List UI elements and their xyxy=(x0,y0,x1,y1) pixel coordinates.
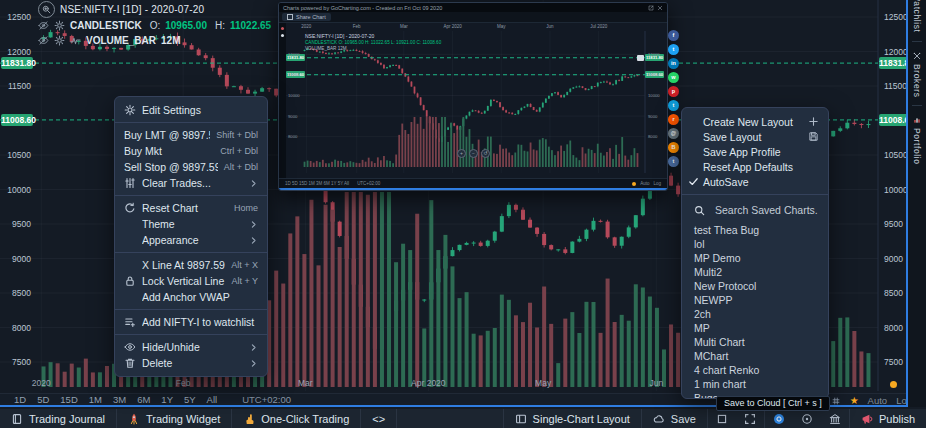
study-settings-icon[interactable] xyxy=(54,20,65,31)
telegram-share-button[interactable]: t xyxy=(668,100,679,111)
tumblr-share-button[interactable]: t xyxy=(668,156,679,167)
save-button[interactable]: Save xyxy=(641,409,707,428)
menu-item-label: Buy LMT @ 9897.59 xyxy=(124,129,210,141)
search-input[interactable] xyxy=(713,203,825,217)
timeframe-list: 1D5D15D1M3M6M1Y5YAll xyxy=(14,394,228,405)
saved-chart-item[interactable]: NEWPP xyxy=(682,293,828,307)
mini-time-axis-label: 2020 xyxy=(301,24,311,29)
saved-chart-item[interactable]: New Protocol xyxy=(682,279,828,293)
timeframe-button[interactable]: 1Y xyxy=(161,394,173,405)
email-share-button[interactable]: @ xyxy=(668,128,679,139)
trash-icon xyxy=(124,357,136,369)
hide-volume-icon[interactable] xyxy=(38,35,49,46)
layout-menu-item[interactable]: Reset App Defaults xyxy=(682,159,828,174)
bank-button[interactable] xyxy=(821,409,849,428)
-button[interactable]: <> xyxy=(361,409,397,428)
context-menu-item[interactable]: Sell Stop @ 9897.59Alt + Dbl xyxy=(115,159,267,175)
time-axis-label: Apr 2020 xyxy=(411,378,446,388)
context-menu-item[interactable]: Buy LMT @ 9897.59Shift + Dbl xyxy=(115,127,267,143)
reddit-share-button[interactable]: r xyxy=(668,114,679,125)
menu-item-label: Delete xyxy=(142,357,243,369)
sidebar-tab-watchlist[interactable]: Watchlist xyxy=(908,0,926,40)
layout-menu-item[interactable]: Save App Profile xyxy=(682,144,828,159)
context-menu-item[interactable]: X Line At 9897.59Alt + X xyxy=(115,257,267,273)
popup-close-icon[interactable] xyxy=(657,5,663,11)
saved-chart-item[interactable]: 1 min chart xyxy=(682,377,828,391)
saved-chart-item[interactable]: 2ch xyxy=(682,307,828,321)
tab-divider xyxy=(912,41,922,42)
hide-study-icon[interactable] xyxy=(38,20,49,31)
layout-menu-item[interactable]: Create New Layout xyxy=(682,114,828,129)
mini-camera-icon[interactable] xyxy=(637,55,644,61)
timeframe-button[interactable]: 6M xyxy=(137,394,150,405)
context-menu-item[interactable]: Lock Vertical LineAlt + Y xyxy=(115,273,267,289)
saved-charts-search[interactable] xyxy=(682,200,828,223)
popup-chart-preview[interactable]: 2020FebMarApr 2020MayJunJul 2020 NSE:NIF… xyxy=(279,23,667,190)
saved-chart-item[interactable]: MP Demo xyxy=(682,251,828,265)
grid-settings-icon[interactable] xyxy=(831,396,841,406)
zoom-icon[interactable] xyxy=(38,1,55,18)
symbol-title[interactable]: NSE:NIFTY-I [1D] - 2020-07-20 xyxy=(60,4,204,15)
trading-widget-button[interactable]: Trading Widget xyxy=(117,409,232,428)
sidebar-tab-portfolio[interactable]: Portfolio xyxy=(908,107,926,172)
twitter-share-button[interactable]: t xyxy=(668,44,679,55)
whatsapp-share-button[interactable]: w xyxy=(668,72,679,83)
mini-price-axis-tick: 12000 xyxy=(648,52,660,57)
popup-tab-share-chart[interactable]: Share Chart xyxy=(282,13,331,21)
timeframe-button[interactable]: 1M xyxy=(89,394,102,405)
publish-button[interactable]: Publish xyxy=(849,409,926,428)
saved-chart-item[interactable]: 4 chart Renko xyxy=(682,363,828,377)
timeframe-button[interactable]: 1D xyxy=(14,394,26,405)
context-menu-item[interactable]: Add NIFTY-I to watchlist xyxy=(115,314,267,330)
button-label: One-Click Trading xyxy=(261,413,349,425)
menu-item-label: Buy Mkt xyxy=(124,145,214,157)
favorite-star-icon[interactable]: ★ xyxy=(850,396,859,406)
context-menu-item[interactable]: Clear Trades... xyxy=(115,175,267,191)
timeframe-button[interactable]: 3M xyxy=(113,394,126,405)
layout-menu-item[interactable]: Save Layout xyxy=(682,129,828,144)
volume-settings-icon[interactable] xyxy=(54,35,65,46)
camera-button[interactable] xyxy=(764,409,793,428)
single-chart-layout-button[interactable]: Single-Chart Layout xyxy=(503,409,641,428)
tab-label: Portfolio xyxy=(912,128,922,165)
timeframe-button[interactable]: 5Y xyxy=(184,394,196,405)
one-click-trading-button[interactable]: One-Click Trading xyxy=(232,409,361,428)
blogger-share-button[interactable]: B xyxy=(668,142,679,153)
facebook-share-button[interactable]: f xyxy=(668,30,679,41)
saved-chart-item[interactable]: test Thea Bug xyxy=(682,223,828,237)
timezone-label[interactable]: UTC+02:00 xyxy=(242,394,291,405)
saved-chart-item[interactable]: lol xyxy=(682,237,828,251)
context-menu-item[interactable]: Hide/Unhide xyxy=(115,339,267,355)
sidebar-tab-brokers[interactable]: Brokers xyxy=(908,43,926,105)
menu-item-shortcut: Ctrl + Dbl xyxy=(220,146,258,156)
saved-chart-item[interactable]: Multi2 xyxy=(682,265,828,279)
auto-scale-toggle[interactable]: Auto xyxy=(868,395,888,406)
context-menu-item[interactable]: Theme xyxy=(115,216,267,232)
menu-divider xyxy=(115,309,267,310)
chartIcon-icon xyxy=(913,116,921,124)
mini-zoom-controls[interactable]: +−↺ xyxy=(457,149,490,158)
saved-chart-item[interactable]: MP xyxy=(682,321,828,335)
context-menu-item[interactable]: Edit Settings xyxy=(115,102,267,118)
menu-item-label: Add NIFTY-I to watchlist xyxy=(142,316,258,328)
pinterest-share-button[interactable]: p xyxy=(668,86,679,97)
context-menu-item[interactable]: Reset ChartHome xyxy=(115,200,267,216)
timeframe-button[interactable]: 15D xyxy=(60,394,77,405)
saved-chart-item[interactable]: Multi Chart xyxy=(682,335,828,349)
timeframe-button[interactable]: 5D xyxy=(37,394,49,405)
context-menu-item[interactable]: Appearance xyxy=(115,232,267,248)
timeframe-button[interactable]: All xyxy=(207,394,218,405)
expand-button[interactable] xyxy=(736,409,764,428)
context-menu-item[interactable]: Delete xyxy=(115,355,267,371)
linkedin-share-button[interactable]: in xyxy=(668,58,679,69)
context-menu-item[interactable]: Buy MktCtrl + Dbl xyxy=(115,143,267,159)
popup-open-external-icon[interactable] xyxy=(648,5,654,11)
high-value: 11022.65 xyxy=(230,20,271,31)
context-menu-item[interactable]: Add Anchor VWAP xyxy=(115,289,267,305)
layout-menu-item[interactable]: AutoSave xyxy=(682,174,828,189)
target-button[interactable] xyxy=(793,409,821,428)
trading-journal-button[interactable]: Trading Journal xyxy=(0,409,117,428)
menu-item-label: Appearance xyxy=(142,234,243,246)
square-button[interactable] xyxy=(707,409,736,428)
saved-chart-item[interactable]: MChart xyxy=(682,349,828,363)
